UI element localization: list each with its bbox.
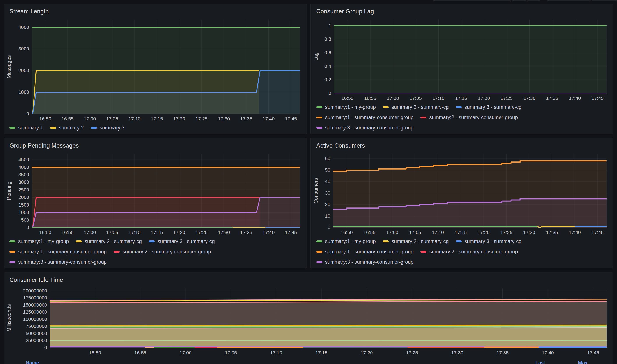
legend-item-summary-3-summary-consumer-group[interactable]: summary:3 - summary-consumer-group <box>316 259 414 265</box>
legend-series-label: summary:2 - summary-cg <box>392 104 449 110</box>
legend-series-swatch <box>9 251 15 253</box>
y-tick-label: 150000000 <box>23 302 47 308</box>
x-tick-label: 17:45 <box>285 116 297 122</box>
legend-item-summary-1-my-group[interactable]: summary:1 - my-group <box>316 238 376 244</box>
legend-series-label: summary:3 - summary-consumer-group <box>18 259 107 265</box>
y-axis-title-column: Lag <box>311 20 321 93</box>
x-tick-label: 17:25 <box>500 230 512 235</box>
y-tick-label: 2000 <box>18 68 29 73</box>
panel-title: Active Consumers <box>311 138 614 151</box>
plot-area[interactable]: 16:5016:5517:0017:0517:1017:1517:2017:25… <box>334 20 607 93</box>
legend-item-summary-2[interactable]: summary:2 <box>50 125 84 131</box>
legend-item-summary-1[interactable]: summary:1 <box>9 125 43 131</box>
x-tick-label: 17:00 <box>386 230 398 235</box>
x-tick-label: 17:05 <box>225 350 237 356</box>
legend-item-summary-2-summary-consumer-group[interactable]: summary:2 - summary-consumer-group <box>420 115 518 120</box>
x-tick-label: 17:10 <box>432 230 444 235</box>
legend-item-summary-2-summary-consumer-group[interactable]: summary:2 - summary-consumer-group <box>114 249 211 255</box>
x-tick-label: 17:25 <box>196 230 208 235</box>
legend-item-summary-2-summary-cg[interactable]: summary:2 - summary-cg <box>383 104 449 110</box>
x-tick-label: 17:15 <box>455 95 467 101</box>
y-tick-label: 0 <box>44 345 47 351</box>
panel-title: Group Pending Messages <box>4 138 306 151</box>
legend-item-summary-3-summary-consumer-group[interactable]: summary:3 - summary-consumer-group <box>316 125 414 131</box>
y-tick-label: 2500 <box>18 187 29 193</box>
legend-series-label: summary:1 <box>18 125 43 131</box>
legend-series-swatch <box>420 251 426 253</box>
legend-item-summary-1-my-group[interactable]: summary:1 - my-group <box>9 238 69 244</box>
legend-item-summary-3[interactable]: summary:3 <box>91 125 125 131</box>
legend-series-label: summary:3 <box>100 125 125 131</box>
y-tick-label: 0 <box>328 91 331 96</box>
chart-canvas[interactable] <box>32 154 300 228</box>
y-tick-label: 1000 <box>18 210 29 215</box>
y-tick-label: 50 <box>325 167 330 173</box>
y-tick-label: 30 <box>325 190 330 196</box>
legend-item-summary-1-summary-consumer-group[interactable]: summary:1 - summary-consumer-group <box>316 115 414 120</box>
legend-table-header-last[interactable]: Last <box>536 360 545 364</box>
legend-item-summary-2-summary-cg[interactable]: summary:2 - summary-cg <box>383 238 449 244</box>
legend-row: summary:1 - summary-consumer-groupsummar… <box>316 249 614 255</box>
legend-table-header-name[interactable]: Name <box>26 360 39 364</box>
y-axis-ticks: 01000200030004000 <box>14 20 32 114</box>
legend-item-summary-3-summary-cg[interactable]: summary:3 - summary-cg <box>456 104 522 110</box>
x-tick-label: 17:40 <box>569 230 581 235</box>
legend-series-swatch <box>76 240 82 242</box>
y-tick-label: 4500 <box>18 157 29 163</box>
legend-series-label: summary:1 - summary-consumer-group <box>325 115 414 120</box>
y-axis-title-column: Consumers <box>311 154 321 228</box>
legend-row: summary:1 - my-groupsummary:2 - summary-… <box>316 104 614 110</box>
y-tick-label: 4000 <box>18 165 29 170</box>
x-tick-label: 17:00 <box>84 116 96 122</box>
legend-row: summary:1 - summary-consumer-groupsummar… <box>316 115 614 120</box>
legend: summary:1summary:2summary:3 <box>4 125 306 134</box>
legend-item-summary-1-my-group[interactable]: summary:1 - my-group <box>316 104 376 110</box>
legend-series-swatch <box>9 127 15 129</box>
y-tick-label: 50000000 <box>26 331 47 336</box>
chart-canvas[interactable] <box>333 154 607 228</box>
legend-item-summary-3-summary-cg[interactable]: summary:3 - summary-cg <box>456 238 522 244</box>
x-tick-label: 17:25 <box>501 95 513 101</box>
y-axis-title-column: Messages <box>4 20 14 114</box>
plot-area[interactable]: 16:5016:5517:0017:0517:1017:1517:2017:25… <box>50 288 607 348</box>
y-tick-label: 125000000 <box>23 309 47 315</box>
plot-area[interactable]: 16:5016:5517:0017:0517:1017:1517:2017:25… <box>32 154 300 228</box>
legend-series-label: summary:1 - summary-consumer-group <box>18 249 107 255</box>
x-tick-label: 17:20 <box>361 350 373 356</box>
y-tick-label: 3000 <box>18 179 29 185</box>
x-tick-label: 17:05 <box>409 230 421 235</box>
y-tick-label: 0 <box>328 225 330 230</box>
legend-item-summary-2-summary-cg[interactable]: summary:2 - summary-cg <box>76 238 142 244</box>
x-tick-label: 17:10 <box>432 95 444 101</box>
panel-title: Consumer Idle Time <box>4 272 613 285</box>
chart-canvas[interactable] <box>32 20 300 114</box>
legend-series-swatch <box>316 240 322 242</box>
y-tick-label: 500 <box>21 217 29 223</box>
y-tick-label: 3500 <box>18 172 29 178</box>
plot-area[interactable]: 16:5016:5517:0017:0517:1017:1517:2017:25… <box>333 154 607 228</box>
legend-series-label: summary:2 - summary-cg <box>85 238 142 244</box>
legend-item-summary-3-summary-consumer-group[interactable]: summary:3 - summary-consumer-group <box>9 259 107 265</box>
legend-item-summary-1-summary-consumer-group[interactable]: summary:1 - summary-consumer-group <box>316 249 414 255</box>
legend-table-header-max[interactable]: Max <box>578 360 587 364</box>
chart-region: Lag 00.20.40.60.81 16:5016:5517:0017:051… <box>311 20 614 93</box>
legend-row: summary:1 - summary-consumer-groupsummar… <box>9 249 306 255</box>
y-tick-label: 10 <box>325 213 330 219</box>
y-tick-label: 1000 <box>18 89 29 95</box>
chart-canvas[interactable] <box>334 20 607 93</box>
panel-active-consumers: Active Consumers Consumers 0102030405060… <box>311 138 614 268</box>
plot-area[interactable]: 16:5016:5517:0017:0517:1017:1517:2017:25… <box>32 20 300 114</box>
legend-item-summary-3-summary-cg[interactable]: summary:3 - summary-cg <box>149 238 215 244</box>
x-tick-label: 17:10 <box>128 116 140 122</box>
x-tick-label: 17:30 <box>523 230 535 235</box>
y-tick-label: 100000000 <box>23 316 47 322</box>
chart-canvas[interactable] <box>50 288 607 348</box>
legend-series-swatch <box>149 240 155 242</box>
panel-title: Stream Length <box>4 4 306 17</box>
legend-series-label: summary:3 - summary-cg <box>464 238 522 244</box>
legend-row: summary:3 - summary-consumer-group <box>316 259 614 265</box>
legend-item-summary-2-summary-consumer-group[interactable]: summary:2 - summary-consumer-group <box>420 249 518 255</box>
panel-title: Consumer Group Lag <box>311 4 614 17</box>
legend-item-summary-1-summary-consumer-group[interactable]: summary:1 - summary-consumer-group <box>9 249 107 255</box>
x-tick-label: 17:25 <box>406 350 418 356</box>
